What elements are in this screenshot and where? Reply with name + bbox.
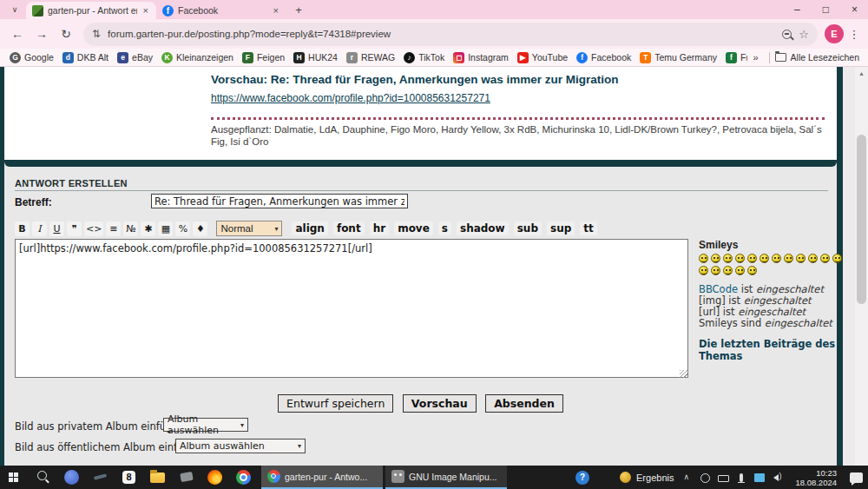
bookmark-tiktok[interactable]: ♪TikTok	[399, 50, 449, 65]
bullet-list-button[interactable]: ≡	[106, 221, 121, 236]
tab-close-icon[interactable]: ×	[272, 5, 280, 16]
reload-button[interactable]: ↻	[56, 23, 76, 44]
save-draft-button[interactable]: Entwurf speichern	[278, 394, 393, 413]
bookmark-google[interactable]: GGoogle	[5, 50, 58, 65]
wink-smiley[interactable]	[711, 254, 720, 263]
back-button[interactable]: ←	[7, 23, 28, 44]
huh-smiley[interactable]	[772, 254, 781, 263]
new-tab-button[interactable]: +	[290, 2, 307, 19]
bookmark-youtube[interactable]: ▶YouTube	[513, 50, 572, 65]
teams-button[interactable]	[57, 466, 86, 489]
code-button[interactable]: <>	[84, 221, 103, 236]
preview-link[interactable]: https://www.facebook.com/profile.php?id=…	[211, 92, 490, 104]
chevron-icon[interactable]	[681, 472, 693, 484]
rolleyes-smiley[interactable]	[820, 254, 830, 263]
tab-garten-pur[interactable]: garten-pur - Antwort erstellen ×	[26, 2, 156, 19]
file-explorer-button[interactable]	[143, 466, 172, 489]
minimize-button[interactable]: –	[794, 3, 800, 16]
bookmark-instagram[interactable]: ◻Instagram	[449, 50, 513, 65]
status-subject[interactable]: BBCode	[699, 283, 738, 295]
news-widget[interactable]: Ergebnis	[620, 472, 674, 483]
numbered-list-button[interactable]: №	[123, 221, 138, 236]
angel-smiley[interactable]	[747, 254, 757, 263]
star-button[interactable]: ✱	[141, 221, 155, 236]
link-button[interactable]: %	[175, 221, 190, 236]
tt-button[interactable]: tt	[580, 221, 596, 235]
kiss-smiley[interactable]	[723, 266, 733, 275]
scrollbar-up-arrow[interactable]: ▲	[855, 67, 868, 76]
align-button[interactable]: align	[292, 221, 327, 235]
italic-button[interactable]: I	[32, 221, 47, 236]
page-scrollbar[interactable]: ▲	[855, 67, 868, 466]
firefox-button[interactable]	[201, 466, 229, 489]
bookmark-dkb[interactable]: dDKB Alt	[58, 50, 113, 65]
submit-button[interactable]: Absenden	[485, 394, 563, 413]
angry-smiley[interactable]	[796, 254, 806, 263]
url-text[interactable]: forum.garten-pur.de/posting.php?mode=rep…	[108, 29, 775, 39]
lips-sealed-smiley[interactable]	[699, 266, 708, 275]
bookmark-kleinanzeigen[interactable]: KKleinanzeigen	[157, 50, 238, 65]
quote-button[interactable]: ❞	[67, 221, 82, 236]
maximize-button[interactable]: □	[823, 3, 829, 16]
smiley-smiley[interactable]	[699, 254, 708, 263]
profile-avatar[interactable]: E	[825, 24, 844, 43]
preview-button[interactable]: Vorschau	[403, 394, 477, 413]
all-bookmarks-button[interactable]: Alle Lesezeichen	[775, 52, 863, 63]
bookmark-feigen[interactable]: FFeigen	[238, 50, 289, 65]
underline-button[interactable]: U	[49, 221, 64, 236]
image-button[interactable]: ▦	[158, 221, 173, 236]
format-select[interactable]: Normal ▾	[216, 221, 282, 236]
bookmark-rewag[interactable]: rREWAG	[342, 50, 399, 65]
sub-button[interactable]: sub	[514, 221, 542, 235]
scrollbar-thumb[interactable]	[857, 135, 866, 304]
message-textarea[interactable]: [url]https://www.facebook.com/profile.ph…	[15, 239, 688, 378]
site-settings-icon[interactable]: ⇅	[92, 28, 101, 40]
taskbar-clock[interactable]: 10:23 18.08.2024	[795, 468, 837, 487]
s-button[interactable]: s	[438, 221, 451, 235]
capcut-button[interactable]	[115, 466, 143, 489]
shadow-button[interactable]: shadow	[457, 221, 509, 235]
bold-button[interactable]: B	[15, 221, 30, 236]
tab-facebook[interactable]: f Facebook ×	[156, 2, 286, 19]
address-bar[interactable]: ⇅ forum.garten-pur.de/posting.php?mode=r…	[83, 23, 818, 46]
task-gimp-window[interactable]: GNU Image Manipu...	[385, 466, 507, 489]
chrome-button[interactable]	[229, 466, 258, 489]
cheesy-smiley[interactable]	[723, 254, 733, 263]
close-button[interactable]: ×	[852, 3, 858, 16]
zoom-icon[interactable]	[782, 30, 792, 39]
last-posts-link[interactable]: Die letzten Beiträge des Themas	[699, 338, 838, 362]
hr-button[interactable]: hr	[370, 221, 389, 235]
tab-close-icon[interactable]: ×	[141, 5, 150, 16]
battery-icon[interactable]	[718, 472, 729, 484]
browser-menu-icon[interactable]: ⋮	[847, 28, 861, 41]
font-button[interactable]: font	[333, 221, 365, 235]
tongue-smiley[interactable]	[808, 254, 818, 263]
task-chrome-window[interactable]: garten-pur - Antwo...	[261, 466, 383, 489]
private-album-select[interactable]: Album auswählen ▾	[163, 418, 248, 432]
bookmark-facebook[interactable]: fFacebook	[572, 50, 635, 65]
bookmark-temu[interactable]: TTemu Germany	[635, 50, 721, 65]
forward-button[interactable]: →	[31, 23, 52, 44]
move-button[interactable]: move	[394, 221, 433, 235]
undecided-smiley[interactable]	[711, 266, 720, 275]
bookmark-huk24[interactable]: HHUK24	[289, 50, 342, 65]
tool-button[interactable]	[172, 466, 201, 489]
network-icon[interactable]	[754, 472, 766, 484]
utility-button[interactable]	[86, 466, 115, 489]
grin-smiley[interactable]	[735, 254, 745, 263]
bookmarks-overflow-button[interactable]: »	[747, 52, 763, 63]
clock-icon[interactable]	[700, 472, 711, 484]
embarrassed-smiley[interactable]	[832, 254, 842, 263]
cry-smiley[interactable]	[735, 266, 745, 275]
cool-smiley[interactable]	[760, 254, 769, 263]
search-button[interactable]	[29, 466, 57, 489]
subject-input[interactable]	[151, 194, 408, 208]
bookmark-star-icon[interactable]: ☆	[799, 28, 809, 41]
public-album-select[interactable]: Album auswählen ▾	[175, 439, 306, 453]
start-button[interactable]	[0, 466, 29, 489]
bookmark-freenet[interactable]: fFreenet	[721, 50, 747, 65]
shocked-smiley[interactable]	[784, 254, 793, 263]
evil-smiley[interactable]	[747, 266, 757, 275]
keyboard-icon[interactable]	[736, 472, 747, 484]
sup-button[interactable]: sup	[547, 221, 575, 235]
